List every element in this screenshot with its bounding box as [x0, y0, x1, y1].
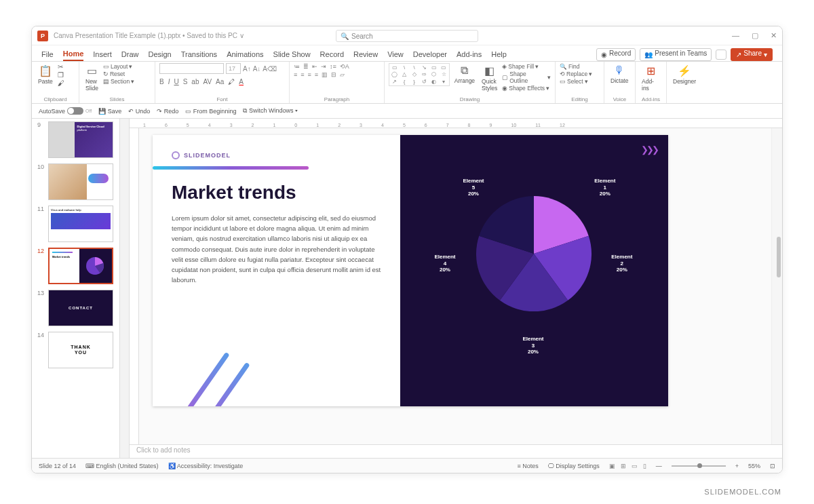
reading-view-button[interactable]: ▭	[632, 463, 638, 469]
slide-title[interactable]: Market trends	[172, 182, 388, 203]
shape-effects-button[interactable]: ◉ Shape Effects ▾	[502, 85, 551, 92]
font-name-box[interactable]	[159, 63, 224, 74]
menu-home[interactable]: Home	[63, 50, 84, 61]
display-settings[interactable]: 🖵 Display Settings	[548, 463, 600, 469]
thumb-11[interactable]: Virus and malware help	[48, 206, 113, 242]
autosave-toggle[interactable]	[67, 107, 83, 115]
menu-animations[interactable]: Animations	[227, 50, 263, 61]
vertical-scrollbar[interactable]	[771, 128, 782, 444]
line-spacing-button[interactable]: ↕≡	[330, 63, 336, 70]
zoom-out-button[interactable]: —	[656, 463, 662, 469]
zoom-slider[interactable]	[672, 465, 726, 467]
section-button[interactable]: ▤ Section ▾	[103, 78, 134, 85]
menu-record[interactable]: Record	[320, 50, 344, 61]
thumb-10[interactable]	[48, 163, 113, 200]
format-painter-button[interactable]: 🖌	[58, 79, 64, 87]
text-direction-button[interactable]: ⟲A	[340, 63, 349, 70]
qat-switch-windows[interactable]: ⧉ Switch Windows ▾	[243, 107, 298, 115]
increase-font-icon[interactable]: A↑	[243, 65, 251, 73]
menu-slideshow[interactable]: Slide Show	[273, 50, 311, 61]
pie-chart[interactable]: Element120% Element220% Element320% Elem…	[449, 176, 619, 372]
share-button[interactable]: ↗ Share ▾	[731, 48, 773, 61]
quick-styles-button[interactable]: ◧Quick Styles	[480, 63, 499, 93]
addins-button[interactable]: ⊞Add-ins	[640, 63, 662, 93]
copy-button[interactable]: ❐	[58, 71, 64, 79]
select-button[interactable]: ▭ Select ▾	[560, 78, 592, 85]
align-center-button[interactable]: ≡	[301, 71, 304, 78]
fit-to-window-button[interactable]: ⊡	[770, 463, 775, 469]
align-left-button[interactable]: ≡	[294, 71, 297, 78]
qat-save[interactable]: 💾 Save	[98, 108, 121, 115]
qat-redo[interactable]: ↷ Redo	[157, 108, 178, 115]
menu-file[interactable]: File	[41, 50, 54, 61]
slide-canvas[interactable]: SLIDEMODEL Market trends Lorem ipsum dol…	[153, 135, 668, 406]
thumb-9[interactable]: Digital Service Cloudplatform	[48, 121, 113, 158]
menu-insert[interactable]: Insert	[93, 50, 112, 61]
cut-button[interactable]: ✂	[58, 63, 64, 71]
clear-format-icon[interactable]: A⌫	[263, 65, 277, 73]
search-box[interactable]: 🔍 Search	[336, 30, 478, 42]
case-button[interactable]: Aa	[216, 78, 224, 85]
menu-review[interactable]: Review	[353, 50, 378, 61]
thumb-13[interactable]: CONTACT	[48, 290, 113, 326]
smartart-button[interactable]: ▱	[340, 71, 345, 78]
status-accessibility[interactable]: ♿ Accessibility: Investigate	[168, 463, 244, 469]
normal-view-button[interactable]: ▣	[609, 463, 615, 469]
replace-button[interactable]: ⟲ Replace ▾	[560, 71, 592, 77]
menu-draw[interactable]: Draw	[121, 50, 139, 61]
strike-button[interactable]: S	[183, 78, 188, 85]
close-button[interactable]: ✕	[771, 31, 777, 40]
slideshow-view-button[interactable]: ▯	[643, 463, 646, 469]
font-color-button[interactable]: A	[239, 78, 244, 85]
font-size-box[interactable]: 17	[226, 63, 241, 74]
notes-toggle[interactable]: ≡ Notes	[517, 463, 538, 469]
thumb-14[interactable]: THANKYOU	[48, 332, 113, 368]
minimize-button[interactable]: —	[732, 31, 739, 40]
numbering-button[interactable]: ≣	[303, 63, 309, 70]
justify-button[interactable]: ≡	[315, 71, 318, 78]
slide-body-text[interactable]: Lorem ipsum dolor sit amet, consectetur …	[172, 213, 388, 285]
highlight-button[interactable]: 🖍	[228, 78, 235, 85]
thumb-12-selected[interactable]: Market trends	[48, 248, 113, 284]
italic-button[interactable]: I	[168, 78, 170, 85]
bullets-button[interactable]: ≔	[294, 63, 300, 70]
sorter-view-button[interactable]: ⊞	[621, 463, 626, 469]
zoom-level[interactable]: 55%	[748, 463, 760, 469]
shape-outline-button[interactable]: ▢ Shape Outline ▾	[502, 71, 551, 84]
arrange-button[interactable]: ⧉Arrange	[452, 63, 477, 85]
underline-button[interactable]: U	[174, 78, 178, 85]
align-right-button[interactable]: ≡	[308, 71, 311, 78]
qat-from-beginning[interactable]: ▭ From Beginning	[185, 108, 236, 115]
paste-button[interactable]: 📋Paste	[36, 63, 55, 86]
align-text-button[interactable]: ⊟	[331, 71, 336, 78]
menu-view[interactable]: View	[387, 50, 404, 61]
menu-help[interactable]: Help	[491, 50, 507, 61]
menu-addins[interactable]: Add-ins	[457, 50, 482, 61]
new-slide-button[interactable]: ▭New Slide	[83, 63, 100, 93]
menu-transitions[interactable]: Transitions	[181, 50, 217, 61]
ribbon-mode-button[interactable]	[716, 50, 726, 60]
dictate-button[interactable]: 🎙Dictate	[608, 63, 630, 85]
shape-fill-button[interactable]: ◈ Shape Fill ▾	[502, 63, 551, 70]
reset-button[interactable]: ↻ Reset	[103, 71, 134, 77]
record-button[interactable]: ◉ Record	[596, 48, 636, 61]
zoom-in-button[interactable]: +	[735, 463, 739, 469]
shapes-gallery[interactable]: ▭\\↘▭▭ ◯△◇⇨⬡☆ ↗{}↺◐▾	[389, 63, 450, 86]
columns-button[interactable]: ▥	[322, 71, 328, 78]
status-language[interactable]: ⌨ English (United States)	[85, 463, 159, 469]
maximize-button[interactable]: ▢	[752, 31, 758, 40]
decrease-font-icon[interactable]: A↓	[253, 65, 261, 73]
find-button[interactable]: 🔍 Find	[560, 63, 592, 70]
menu-design[interactable]: Design	[148, 50, 171, 61]
bold-button[interactable]: B	[159, 78, 164, 85]
shadow-button[interactable]: ab	[191, 78, 199, 85]
menu-developer[interactable]: Developer	[413, 50, 447, 61]
indent-inc-button[interactable]: ⇥	[321, 63, 326, 70]
indent-dec-button[interactable]: ⇤	[312, 63, 317, 70]
qat-undo[interactable]: ↶ Undo	[128, 108, 150, 115]
spacing-button[interactable]: AV	[203, 78, 212, 85]
layout-button[interactable]: ▭ Layout ▾	[103, 63, 134, 70]
present-teams-button[interactable]: 👥 Present in Teams	[640, 48, 712, 61]
designer-button[interactable]: ⚡Designer	[671, 63, 698, 86]
notes-pane[interactable]: Click to add notes	[130, 444, 782, 458]
